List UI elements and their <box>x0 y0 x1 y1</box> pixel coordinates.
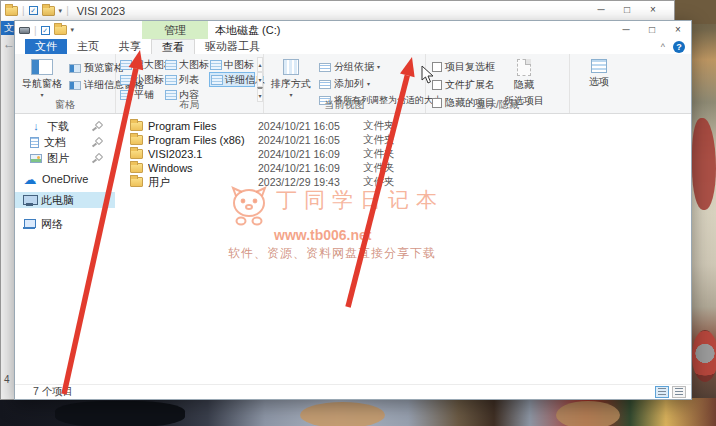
separator: | <box>34 25 37 36</box>
view-icon <box>120 60 132 70</box>
add-columns-label: 添加列 <box>334 77 364 91</box>
picture-icon <box>30 154 42 163</box>
sidebar-item-downloads[interactable]: ↓ 下载 <box>15 118 115 134</box>
pin-icon <box>92 154 101 163</box>
file-row[interactable]: Windows 2024/10/21 16:09 文件夹 <box>115 161 691 175</box>
tab-share[interactable]: 共享 <box>109 39 151 54</box>
group-by-label: 分组依据 <box>334 60 374 74</box>
folder-icon <box>42 6 55 16</box>
explorer-window[interactable]: | ✓ ▾ 管理 本地磁盘 (C:) ─ □ × 文件 主页 共享 查看 驱动器… <box>14 20 692 400</box>
tab-file[interactable]: 文件 <box>25 39 67 54</box>
minimize-button[interactable]: ─ <box>588 1 614 19</box>
checkbox-icon[interactable] <box>432 80 442 90</box>
maximize-button[interactable]: □ <box>639 21 665 39</box>
view-list[interactable]: 列表 <box>164 72 208 87</box>
qat-dropdown-icon[interactable]: ▾ <box>71 26 75 34</box>
window-title: 本地磁盘 (C:) <box>215 21 280 39</box>
pin-icon <box>92 138 101 147</box>
chevron-down-icon: ▾ <box>40 93 43 97</box>
folder-icon <box>130 163 143 173</box>
item-checkboxes-toggle[interactable]: 项目复选框 <box>432 60 495 74</box>
view-icon <box>211 75 223 85</box>
view-extra-large-icons[interactable]: 超大图标 <box>119 57 163 72</box>
folder-icon <box>130 121 143 131</box>
close-button[interactable]: × <box>665 21 691 39</box>
details-view-toggle-icon[interactable] <box>655 386 669 398</box>
view-small-icons[interactable]: 小图标 <box>119 72 163 87</box>
navigation-pane-label: 导航窗格 <box>22 77 62 91</box>
file-name: Program Files (x86) <box>148 134 258 146</box>
separator: | <box>66 5 69 16</box>
navigation-pane: ↓ 下载 文档 图片 ☁ OneDrive 此电脑 <box>15 114 115 384</box>
ribbon-group-options: 选项 <box>570 54 628 113</box>
background-window-title: VISI 2023 <box>77 5 125 17</box>
file-date: 2024/10/21 16:05 <box>258 120 363 132</box>
ribbon: 导航窗格 ▾ 预览窗格 详细信息窗格 窗格 超大图标 大图标 中图标 <box>15 54 691 114</box>
separator: | <box>22 5 25 16</box>
view-details-selected[interactable]: 详细信息 <box>209 72 255 87</box>
view-large-icons[interactable]: 大图标 <box>164 57 208 72</box>
gallery-scroll-down-icon[interactable]: ▾ <box>257 72 263 87</box>
details-pane-icon <box>69 81 81 90</box>
window-controls: ─ □ × <box>613 21 691 39</box>
quick-access-checkbox-icon[interactable]: ✓ <box>29 6 38 15</box>
titlebar[interactable]: | ✓ ▾ 管理 本地磁盘 (C:) ─ □ × <box>15 21 691 39</box>
view-medium-icons[interactable]: 中图标 <box>209 57 255 72</box>
checkbox-icon[interactable] <box>432 62 442 72</box>
minimize-button[interactable]: ─ <box>613 21 639 39</box>
downloads-icon: ↓ <box>30 120 42 132</box>
content-area: ↓ 下载 文档 图片 ☁ OneDrive 此电脑 <box>15 114 691 384</box>
quick-access-checkbox-icon[interactable]: ✓ <box>41 26 50 35</box>
gallery-scroll-up-icon[interactable]: ▴ <box>257 57 263 72</box>
large-icons-view-toggle-icon[interactable] <box>672 386 686 398</box>
drive-icon <box>19 27 30 34</box>
view-label: 大图标 <box>179 58 209 72</box>
sidebar-item-label: 图片 <box>47 151 69 166</box>
background-titlebar[interactable]: | ✓ ▾ | VISI 2023 ─ □ × <box>1 1 674 20</box>
ribbon-group-panes: 导航窗格 ▾ 预览窗格 详细信息窗格 窗格 <box>15 54 116 113</box>
close-button[interactable]: × <box>640 1 666 19</box>
file-row[interactable]: 用户 2023/12/29 19:43 文件夹 <box>115 175 691 189</box>
wallpaper-tan-shape <box>300 402 385 426</box>
group-label-layout: 布局 <box>116 98 263 112</box>
file-extensions-toggle[interactable]: 文件扩展名 <box>432 78 495 92</box>
wallpaper-dark-shape <box>55 401 185 426</box>
ribbon-group-show-hide: 项目复选框 文件扩展名 隐藏的项目 隐藏 所选项目 显示/隐藏 <box>426 54 570 113</box>
tab-drive-tools[interactable]: 驱动器工具 <box>195 39 270 54</box>
add-columns-button[interactable]: 添加列 ▾ <box>319 77 442 91</box>
sidebar-item-network[interactable]: 网络 <box>15 216 115 232</box>
chevron-down-icon: ▾ <box>367 82 370 86</box>
options-button[interactable]: 选项 <box>586 57 612 113</box>
file-list: Program Files 2024/10/21 16:05 文件夹 Progr… <box>115 114 691 384</box>
background-file-tab[interactable]: 文 <box>1 21 15 35</box>
view-label: 中图标 <box>224 58 254 72</box>
sidebar-item-pictures[interactable]: 图片 <box>15 150 115 166</box>
sidebar-item-onedrive[interactable]: ☁ OneDrive <box>15 171 115 187</box>
background-edge-text: 4 <box>4 374 10 385</box>
file-row[interactable]: VISI2023.1 2024/10/21 16:09 文件夹 <box>115 147 691 161</box>
help-icon[interactable]: ? <box>673 41 685 53</box>
item-checkboxes-label: 项目复选框 <box>445 60 495 74</box>
ribbon-tab-row: 文件 主页 共享 查看 驱动器工具 ^ ? <box>15 39 691 54</box>
qat-dropdown-icon[interactable]: ▾ <box>59 7 63 15</box>
add-columns-icon <box>319 80 331 89</box>
tab-view[interactable]: 查看 <box>151 39 195 54</box>
collapse-ribbon-icon[interactable]: ^ <box>661 42 665 52</box>
tab-home[interactable]: 主页 <box>67 39 109 54</box>
wallpaper-circle-shape <box>692 330 716 382</box>
group-label-show-hide: 显示/隐藏 <box>426 98 569 112</box>
view-icon <box>120 75 132 85</box>
preview-pane-icon <box>69 64 81 73</box>
maximize-button[interactable]: □ <box>614 1 640 19</box>
group-label-current-view: 当前视图 <box>264 98 425 112</box>
pin-icon <box>92 122 101 131</box>
sidebar-item-label: 网络 <box>41 217 63 232</box>
file-row[interactable]: Program Files 2024/10/21 16:05 文件夹 <box>115 119 691 133</box>
computer-icon <box>23 195 36 206</box>
sidebar-item-label: 下载 <box>47 119 69 134</box>
file-row[interactable]: Program Files (x86) 2024/10/21 16:05 文件夹 <box>115 133 691 147</box>
sidebar-item-documents[interactable]: 文档 <box>15 134 115 150</box>
document-icon <box>30 137 39 148</box>
group-by-button[interactable]: 分组依据 ▾ <box>319 60 442 74</box>
sidebar-item-this-pc[interactable]: 此电脑 <box>15 192 115 208</box>
